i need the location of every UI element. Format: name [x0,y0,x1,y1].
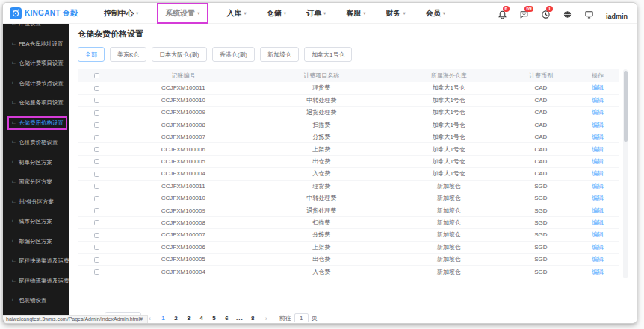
sidebar-item-label: 国家分区方案 [19,178,52,186]
row-checkbox[interactable] [94,257,99,263]
topnav-item-control-center[interactable]: 控制中心▾ [104,8,138,19]
edit-link[interactable]: 编辑 [592,122,604,128]
row-checkbox[interactable] [94,233,99,238]
goto-page-input[interactable] [294,313,309,322]
column-header: 操作 [576,69,619,82]
edit-link[interactable]: 编辑 [592,219,604,226]
edit-link[interactable]: 编辑 [592,97,604,104]
edit-link[interactable]: 编辑 [592,84,604,91]
row-checkbox[interactable] [94,86,99,91]
edit-link[interactable]: 编辑 [592,244,604,251]
row-checkbox[interactable] [94,159,99,164]
topnav-item-warehouse[interactable]: 仓储▾ [267,8,286,19]
sidebar-item-inner: ㄴ仓储服务项目设置 [9,98,66,108]
filter-tab-3[interactable]: 香港仓(测) [212,47,255,62]
cell-currency: SGD [506,180,576,192]
sidebar-item-lastmile-logistics[interactable]: ㄴ尾程物流渠道及运费设置 [3,272,69,292]
sidebar-item-inner: ㄴ库位设置 [9,24,43,29]
page-number-4[interactable]: 4 [196,314,206,322]
edit-link[interactable]: 编辑 [592,256,604,263]
filter-tab-1[interactable]: 美东K仓 [110,47,146,62]
row-checkbox[interactable] [94,245,99,250]
row-checkbox[interactable] [94,220,99,225]
sidebar-item-fee-price[interactable]: ㄴ仓储费用价格设置 [3,113,69,134]
select-all-checkbox[interactable] [94,73,99,78]
edit-link[interactable]: 编辑 [592,195,604,201]
page-number-1[interactable]: 1 [158,314,168,322]
username[interactable]: iadmin [606,13,628,20]
sidebar-item-zip-zone[interactable]: ㄴ邮编分区方案 [3,232,69,252]
edit-link[interactable]: 编辑 [592,269,604,275]
page-number-2[interactable]: 2 [171,314,181,322]
sidebar-item-storage-location[interactable]: ㄴ库位设置 [3,24,69,34]
page-number-5[interactable]: 5 [209,314,219,322]
table-row: CCJFXM100006上架费加拿大1号仓CAD编辑 [78,143,619,155]
sidebar-item-fba-address[interactable]: ㄴFBA仓库地址设置 [3,34,69,54]
edit-link[interactable]: 编辑 [592,231,604,238]
bell-icon[interactable]: 6 [498,10,508,20]
row-checkbox[interactable] [94,110,99,116]
sidebar-item-billing-node[interactable]: ㄴ仓储计费节点设置 [3,74,69,94]
row-checkbox[interactable] [94,269,99,275]
clock-icon[interactable]: 1 [541,10,551,20]
table-row: CCJFXM100008扫描费加拿大1号仓CAD编辑 [78,119,619,131]
edit-link[interactable]: 编辑 [592,207,604,214]
topnav-item-system-settings[interactable]: 系统设置▾ [158,4,206,22]
brand[interactable]: KINGANT 金毅 [10,7,93,19]
column-header: 计费币别 [506,69,576,82]
edit-link[interactable]: 编辑 [592,146,604,153]
edit-link[interactable]: 编辑 [592,109,604,116]
cell-actions: 编辑 [576,241,619,253]
filter-tab-2[interactable]: 日本大阪仓(测) [152,47,206,62]
sidebar-item-billing-item[interactable]: ㄴ仓储计费项目设置 [3,54,69,74]
chat-icon[interactable]: 69 [519,10,530,20]
topnav-item-orders[interactable]: 订单▾ [306,8,326,19]
sidebar-item-lastmile-express[interactable]: ㄴ尾程快递渠道及运费设置 [3,251,69,272]
table-row: CCJFXM100005出仓费新加坡仓SGD编辑 [78,253,619,265]
row-checkbox[interactable] [94,147,99,152]
table-row: CCJFXM100004入仓费加拿大1号仓CAD编辑 [78,168,619,180]
sidebar-item-rent-price[interactable]: ㄴ仓租费价格设置 [3,133,69,153]
row-checkbox-cell [78,204,116,216]
edit-link[interactable]: 编辑 [592,158,604,165]
topnav-item-inbound[interactable]: 入库▾ [227,8,247,19]
page-number-3[interactable]: 3 [184,314,193,322]
cell-warehouse: 新加坡仓 [392,266,506,278]
sidebar-item-label: 邮编分区方案 [19,238,52,245]
table-scrollbar[interactable] [623,69,628,278]
row-checkbox[interactable] [94,135,99,140]
row-checkbox[interactable] [94,184,99,189]
topnav-item-member[interactable]: 会员▾ [426,8,445,19]
scrollbar-thumb[interactable] [624,71,628,142]
row-checkbox[interactable] [94,98,99,103]
sidebar-item-inner: ㄴ邮编分区方案 [9,236,55,247]
row-checkbox[interactable] [94,196,99,201]
filter-tab-4[interactable]: 新加坡仓 [260,47,299,62]
row-checkbox[interactable] [94,172,99,177]
filter-tab-5[interactable]: 加拿大1号仓 [304,47,352,62]
sidebar-item-country-zone[interactable]: ㄴ国家分区方案 [3,172,69,192]
column-header: 计费项目名称 [251,69,392,82]
tree-branch-icon: ㄴ [11,198,16,206]
edit-link[interactable]: 编辑 [592,170,604,177]
edit-link[interactable]: 编辑 [592,134,604,140]
topnav-item-finance[interactable]: 财务▾ [386,8,406,19]
sidebar-item-state-zone[interactable]: ㄴ州/省分区方案 [3,192,69,213]
row-checkbox[interactable] [94,122,99,128]
sidebar-item-packaging[interactable]: ㄴ包装物设置 [3,291,69,311]
sidebar-item-order-zone[interactable]: ㄴ制单分区方案 [3,153,69,173]
sidebar-item-label: 仓储计费节点设置 [19,80,64,87]
next-page-button[interactable]: › [263,315,270,322]
tree-branch-icon: ㄴ [11,24,16,28]
notification-badge: 69 [524,6,533,12]
filter-tab-0[interactable]: 全部 [78,47,105,62]
topnav-item-service[interactable]: 客服▾ [346,8,365,19]
sidebar-item-service-item[interactable]: ㄴ仓储服务项目设置 [3,93,69,113]
globe-icon[interactable] [563,10,573,20]
edit-link[interactable]: 编辑 [592,183,604,189]
sidebar-item-city-zone[interactable]: ㄴ城市分区方案 [3,212,69,232]
monitor-icon[interactable] [584,10,595,20]
page-number-8[interactable]: 8 [248,314,258,322]
row-checkbox[interactable] [94,208,99,213]
page-number-6[interactable]: 6 [222,314,232,322]
